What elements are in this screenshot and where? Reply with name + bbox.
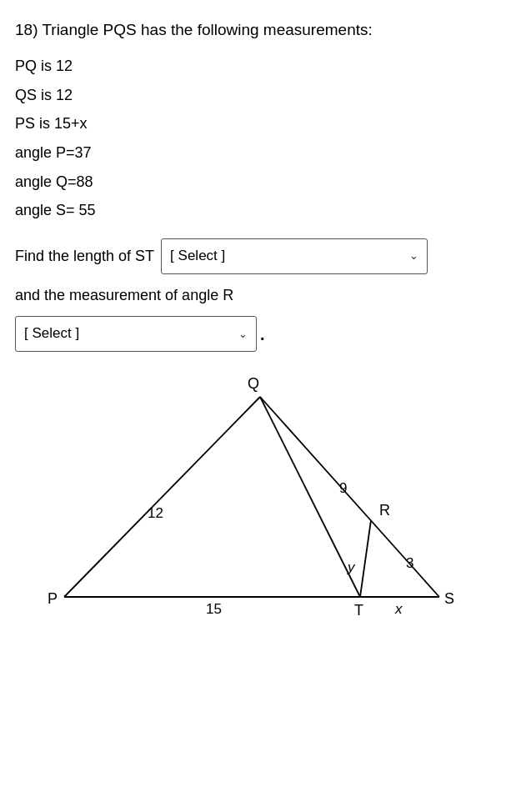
- svg-line-0: [64, 397, 260, 597]
- question2-prefix: and the measurement of angle R: [15, 283, 233, 308]
- label-pt-15: 15: [206, 601, 222, 617]
- chevron-down-icon: ⌄: [409, 247, 418, 265]
- select-angle-r-label: [ Select ]: [24, 322, 230, 346]
- problem-title: 18) Triangle PQS has the following measu…: [15, 17, 496, 43]
- label-rs-3: 3: [406, 555, 413, 571]
- chevron-down-icon-2: ⌄: [238, 325, 248, 343]
- label-p: P: [48, 590, 58, 607]
- triangle-diagram: Q P S T R 12 9 3 15 x y: [39, 372, 473, 630]
- measurement-pq: PQ is 12: [15, 53, 496, 79]
- problem-title-text: Triangle PQS has the following measureme…: [42, 21, 372, 38]
- measurement-angle-s: angle S= 55: [15, 198, 496, 223]
- measurement-qs: QS is 12: [15, 83, 496, 108]
- period: .: [260, 320, 265, 348]
- measurement-angle-q: angle Q=88: [15, 169, 496, 195]
- select-st-label: [ Select ]: [170, 244, 401, 268]
- label-r: R: [379, 502, 390, 519]
- label-y: y: [347, 559, 356, 575]
- label-s: S: [444, 590, 454, 607]
- label-pq-12: 12: [148, 505, 163, 521]
- label-qr-9: 9: [339, 480, 347, 496]
- label-q: Q: [247, 375, 258, 392]
- diagram-container: Q P S T R 12 9 3 15 x y: [15, 372, 496, 630]
- label-t: T: [354, 602, 363, 619]
- select-st-dropdown[interactable]: [ Select ] ⌄: [161, 238, 428, 274]
- label-x: x: [394, 601, 403, 617]
- measurement-angle-p: angle P=37: [15, 140, 496, 166]
- question1-prefix: Find the length of ST: [15, 243, 154, 269]
- svg-line-3: [260, 397, 360, 597]
- svg-line-4: [360, 520, 371, 597]
- select-angle-r-dropdown[interactable]: [ Select ] ⌄: [15, 316, 257, 352]
- measurement-ps: PS is 15+x: [15, 111, 496, 137]
- problem-number: 18): [15, 21, 38, 38]
